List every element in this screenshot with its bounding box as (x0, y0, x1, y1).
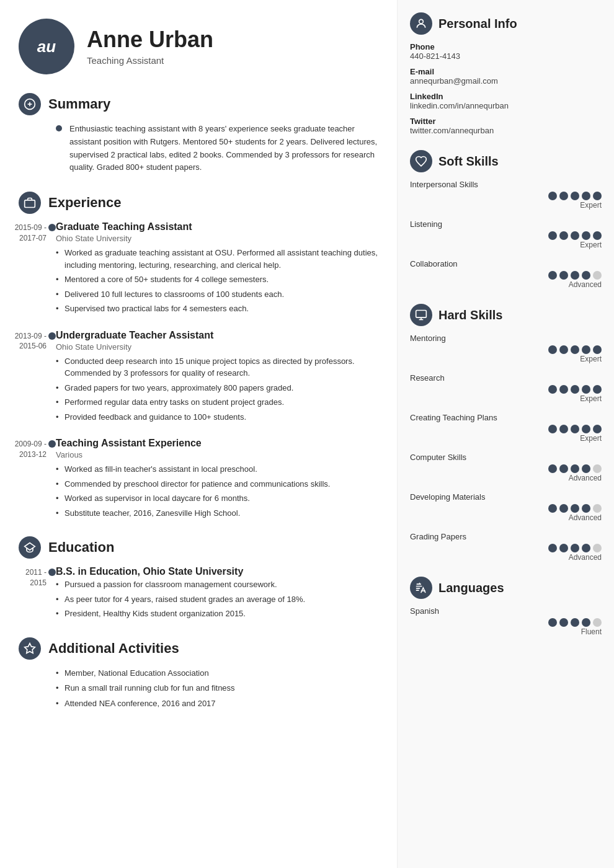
hard-skills-section: Hard Skills MentoringExpertResearchExper… (410, 304, 602, 562)
experience-title: Experience (48, 195, 121, 211)
activities-list: Member, National Education AssociationRu… (19, 667, 378, 710)
skill-level: Advanced (569, 280, 602, 289)
svg-rect-6 (416, 311, 427, 318)
skill-name: Developing Materials (410, 492, 602, 502)
skill-dots (548, 425, 602, 433)
dot-filled (571, 504, 579, 513)
summary-icon (19, 93, 41, 115)
dot-filled (571, 425, 579, 433)
education-header: Education (19, 536, 378, 559)
dot-filled (571, 464, 579, 473)
info-item: Phone440-821-4143 (410, 42, 602, 61)
activities-section: Additional Activities Member, National E… (19, 637, 378, 710)
personal-info-header: Personal Info (410, 12, 602, 35)
personal-info-fields: Phone440-821-4143E-mailannequrban@gmail.… (410, 42, 602, 135)
dot-filled (571, 231, 579, 240)
skill-dots-wrap: Expert (410, 385, 602, 403)
list-item: Performed regular data entry tasks on st… (56, 396, 378, 409)
info-label: LinkedIn (410, 92, 602, 101)
experience-timeline: 2015-09 -2017-07Graduate Teaching Assist… (19, 221, 378, 519)
skill-item: Interpersonal SkillsExpert (410, 180, 602, 210)
skill-item: SpanishFluent (410, 606, 602, 636)
summary-content: Enthusiastic teaching assistant with 8 y… (19, 123, 378, 174)
skill-dots (548, 618, 602, 627)
summary-header: Summary (19, 93, 378, 115)
skill-name: Interpersonal Skills (410, 180, 602, 189)
dot-filled (559, 464, 568, 473)
summary-title: Summary (48, 96, 110, 112)
dot-filled (582, 464, 590, 473)
timeline-dot (48, 569, 56, 576)
job-date: 2013-09 -2015-06 (0, 331, 47, 352)
summary-section: Summary Enthusiastic teaching assistant … (19, 93, 378, 174)
dot-filled (582, 192, 590, 200)
skill-level: Advanced (569, 474, 602, 482)
skill-dots (548, 345, 602, 354)
header-text: Anne Urban Teaching Assistant (87, 27, 213, 66)
dot-filled (582, 504, 590, 513)
skill-name: Research (410, 373, 602, 383)
skill-dots-wrap: Advanced (410, 544, 602, 562)
skill-dots-wrap: Advanced (410, 464, 602, 482)
skill-dots (548, 504, 602, 513)
skill-name: Grading Papers (410, 532, 602, 541)
skill-dots (548, 544, 602, 552)
personal-info-icon (410, 12, 432, 35)
activities-bullets: Member, National Education AssociationRu… (56, 667, 378, 710)
list-item: Worked as graduate teaching assistant at… (56, 247, 378, 271)
list-item: Supervised two practical labs for 4 seme… (56, 303, 378, 315)
skill-name: Creating Teaching Plans (410, 413, 602, 422)
job-org: Various (56, 450, 378, 459)
dot-filled (571, 385, 579, 394)
summary-text: Enthusiastic teaching assistant with 8 y… (69, 123, 378, 174)
info-value: twitter.com/annequrban (410, 126, 602, 135)
job-title: Teaching Assistant Experience (56, 438, 378, 449)
education-timeline: 2011 -2015B.S. in Education, Ohio State … (19, 566, 378, 620)
languages-list: SpanishFluent (410, 606, 602, 636)
dot-filled (571, 618, 579, 627)
skill-dots (548, 385, 602, 394)
hard-skills-title: Hard Skills (438, 308, 502, 322)
hard-skills-icon (410, 304, 432, 326)
edu-bullets: Pursued a passion for classroom manageme… (56, 578, 378, 620)
languages-icon (410, 577, 432, 599)
dot-filled (548, 385, 557, 394)
skill-name: Listening (410, 219, 602, 229)
skill-item: ListeningExpert (410, 219, 602, 249)
job-bullets: Conducted deep research into 15 unique p… (56, 355, 378, 423)
timeline-dot (48, 224, 56, 231)
job-org: Ohio State University (56, 342, 378, 352)
skill-item: CollaborationAdvanced (410, 259, 602, 289)
skill-item: Grading PapersAdvanced (410, 532, 602, 562)
dot-filled (559, 504, 568, 513)
hard-skills-header: Hard Skills (410, 304, 602, 326)
info-item: E-mailannequrban@gmail.com (410, 67, 602, 86)
candidate-title: Teaching Assistant (87, 55, 213, 66)
skill-level: Expert (580, 355, 602, 363)
edu-degree: B.S. in Education, Ohio State University (56, 566, 378, 577)
dot-filled (593, 231, 602, 240)
dot-filled (548, 425, 557, 433)
skill-name: Collaboration (410, 259, 602, 268)
dot-filled (582, 425, 590, 433)
info-value: 440-821-4143 (410, 51, 602, 61)
job-title: Undergraduate Teacher Assistant (56, 330, 378, 341)
list-item: Member, National Education Association (56, 667, 378, 680)
list-item: Substitute teacher, 2016, Zanesville Hig… (56, 507, 378, 520)
info-item: LinkedInlinkedin.com/in/annequrban (410, 92, 602, 110)
hard-skills-list: MentoringExpertResearchExpertCreating Te… (410, 334, 602, 562)
svg-point-5 (419, 19, 424, 24)
soft-skills-list: Interpersonal SkillsExpertListeningExper… (410, 180, 602, 289)
experience-icon (19, 192, 41, 214)
soft-skills-section: Soft Skills Interpersonal SkillsExpertLi… (410, 150, 602, 289)
timeline-dot (48, 332, 56, 340)
skill-dots-wrap: Advanced (410, 271, 602, 289)
dot-filled (548, 544, 557, 552)
dot-filled (582, 345, 590, 354)
dot-filled (593, 385, 602, 394)
svg-rect-3 (25, 200, 35, 208)
list-item: As peer tutor for 4 years, raised studen… (56, 593, 378, 606)
experience-job-2: 2009-09 -2013-12Teaching Assistant Exper… (56, 438, 378, 519)
list-item: Worked as fill-in teacher's assistant in… (56, 463, 378, 476)
list-item: Commended by preschool director for pati… (56, 478, 378, 490)
